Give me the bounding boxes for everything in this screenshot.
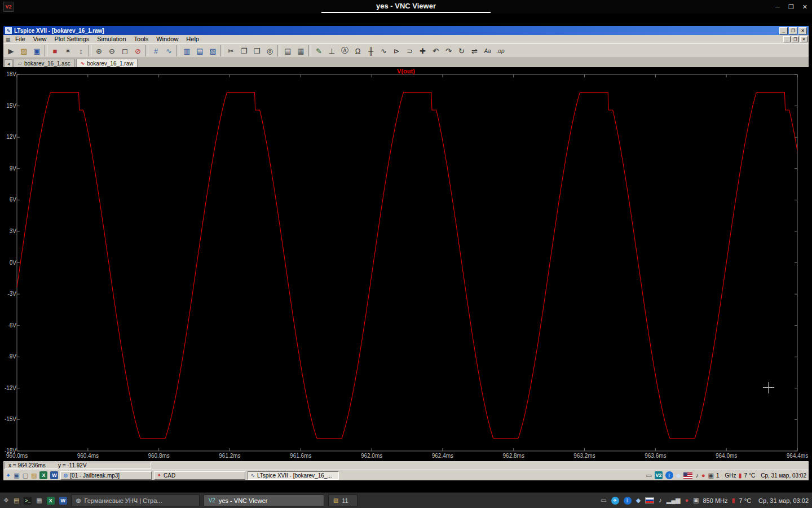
grid-icon[interactable]: # <box>149 45 162 57</box>
spice-directive-icon[interactable]: .op <box>494 45 507 57</box>
start-menu-icon[interactable]: ✦ <box>6 472 11 479</box>
minimize-button[interactable]: _ <box>779 27 788 34</box>
diode-icon[interactable]: ⊳ <box>390 45 403 57</box>
menu-plot-settings[interactable]: Plot Settings <box>50 35 93 43</box>
mdi-restore-button[interactable]: ❐ <box>792 36 799 42</box>
open-icon[interactable]: ▨ <box>17 45 30 57</box>
tile-vertical-icon[interactable]: ▥ <box>180 45 193 57</box>
ltspice-window-title: LTspice XVII - [bokarev_16_1.raw] <box>14 28 104 34</box>
wire-icon[interactable]: ✎ <box>312 45 325 57</box>
taskbar-task-ltspice[interactable]: ∿ LTspice XVII - [bokarev_16_... <box>248 471 339 480</box>
maximize-button[interactable]: ❐ <box>788 3 794 11</box>
show-desktop-icon[interactable]: ▢ <box>23 472 28 479</box>
start-menu-icon[interactable]: ❖ <box>3 497 9 503</box>
resistor-icon[interactable]: Ω <box>351 45 364 57</box>
move-icon[interactable]: ✚ <box>416 45 429 57</box>
volume-icon[interactable]: ♪ <box>695 472 699 479</box>
restore-button[interactable]: ❐ <box>789 27 797 34</box>
tile-horizontal-icon[interactable]: ▤ <box>193 45 206 57</box>
telegram-icon[interactable]: ✈ <box>611 497 619 505</box>
calc-icon[interactable]: X <box>47 497 55 505</box>
taskbar-task-browser[interactable]: ◍ Германиевые УНЧ | Стра... <box>71 494 200 506</box>
run-icon[interactable]: ▶ <box>5 45 17 57</box>
mark-data-points-icon[interactable]: ∿ <box>162 45 175 57</box>
taskbar-task-vnc-viewer[interactable]: V2 yes - VNC Viewer <box>204 494 324 506</box>
close-button[interactable]: ✕ <box>798 27 807 34</box>
menu-tools[interactable]: Tools <box>130 35 153 43</box>
control-panel-icon[interactable]: ✶ <box>61 45 74 57</box>
mdi-close-button[interactable]: ✕ <box>800 36 807 42</box>
find-icon[interactable]: ◎ <box>263 45 276 57</box>
cascade-windows-icon[interactable]: ▧ <box>206 45 219 57</box>
menu-file[interactable]: File <box>11 35 29 43</box>
menu-view[interactable]: View <box>29 35 51 43</box>
print-setup-icon[interactable]: ▤ <box>281 45 294 57</box>
text-icon[interactable]: Aa <box>481 45 494 57</box>
my-computer-icon[interactable]: ▣ <box>14 472 19 479</box>
tab-scroll-left-button[interactable]: ◂ <box>5 59 12 67</box>
zoom-full-extents-icon[interactable]: ◻ <box>118 45 131 57</box>
word-icon[interactable]: W <box>50 471 58 479</box>
printer-icon[interactable]: ▦ <box>36 497 42 503</box>
component-icon[interactable]: ⊃ <box>403 45 416 57</box>
ltspice-icon: ∿ <box>250 472 255 478</box>
us-flag-icon[interactable] <box>683 472 692 479</box>
menu-help[interactable]: Help <box>182 35 203 43</box>
file-manager-icon[interactable]: ▨ <box>31 472 37 479</box>
label-net-icon[interactable]: Ⓐ <box>338 45 351 57</box>
tab-schematic[interactable]: ▱ bokarev_16_1.asc <box>14 59 75 67</box>
drop-icon[interactable]: ◆ <box>636 497 641 503</box>
display-icon[interactable]: ▣ <box>693 497 699 503</box>
waveform-svg[interactable] <box>3 67 809 461</box>
taskbar-task-cad[interactable]: ✦ CAD <box>154 471 245 480</box>
vnc-server-icon[interactable]: V2 <box>655 471 663 479</box>
close-button[interactable]: ✕ <box>802 3 807 11</box>
menu-window[interactable]: Window <box>152 35 182 43</box>
clock[interactable]: Ср, 31 мар, 03:02 <box>758 497 809 504</box>
minimize-button[interactable]: ─ <box>775 3 780 10</box>
display-icon[interactable]: ▣ <box>708 472 714 479</box>
terminal-icon[interactable]: >_ <box>24 497 32 505</box>
clock[interactable]: Ср, 31 мар, 03:02 <box>761 472 806 479</box>
remote-desktop[interactable]: ∿ LTspice XVII - [bokarev_16_1.raw] _ ❐ … <box>3 26 809 480</box>
vnc-viewer-window: V2 yes - VNC Viewer ─ ❐ ✕ ∿ LTspice XVII… <box>0 0 812 508</box>
excel-icon[interactable]: X <box>39 471 47 479</box>
taskbar-task-folder[interactable]: ▨ 11 <box>328 494 358 506</box>
toolbar-separator <box>176 45 179 56</box>
bluetooth-icon[interactable]: ᛒ <box>665 471 673 479</box>
undo-icon[interactable]: ↶ <box>429 45 442 57</box>
capacitor-icon[interactable]: ╫ <box>364 45 377 57</box>
drop-icon[interactable]: ◆ <box>676 472 681 479</box>
mdi-minimize-button[interactable]: _ <box>783 36 791 42</box>
autorange-icon[interactable]: ↕ <box>74 45 87 57</box>
writer-icon[interactable]: W <box>59 497 67 505</box>
zoom-out-icon[interactable]: ⊖ <box>105 45 118 57</box>
battery-icon[interactable]: ▭ <box>646 472 652 479</box>
cut-icon[interactable]: ✂ <box>224 45 237 57</box>
mirror-icon[interactable]: ⇌ <box>468 45 481 57</box>
copy-icon[interactable]: ❐ <box>237 45 250 57</box>
zoom-back-icon[interactable]: ⊘ <box>131 45 144 57</box>
bluetooth-icon[interactable]: ᛒ <box>624 497 632 505</box>
file-manager-icon[interactable]: ▤ <box>14 497 19 503</box>
ru-flag-icon[interactable] <box>645 497 654 503</box>
volume-icon[interactable]: ♪ <box>659 497 662 503</box>
taskbar-task-media-player[interactable]: ◍ [01 - Jailbreak.mp3] <box>60 471 152 480</box>
signal-bars-icon[interactable]: ▂▄▆ <box>667 497 681 503</box>
redo-icon[interactable]: ↷ <box>442 45 455 57</box>
tab-waveform[interactable]: ∿ bokarev_16_1.raw <box>76 59 138 67</box>
plot-trace-title[interactable]: V(out) <box>3 68 809 75</box>
halt-icon[interactable]: ■ <box>48 45 61 57</box>
clipboard-icon[interactable]: ▭ <box>601 497 606 503</box>
status-dot-icon[interactable]: ● <box>701 472 705 479</box>
inductor-icon[interactable]: ∿ <box>377 45 390 57</box>
print-icon[interactable]: ▦ <box>294 45 307 57</box>
waveform-plot[interactable]: V(out) 960.0ms960.4ms960.8ms961.2ms961.6… <box>3 67 809 461</box>
save-icon[interactable]: ▣ <box>30 45 43 57</box>
zoom-in-icon[interactable]: ⊕ <box>92 45 105 57</box>
rotate-icon[interactable]: ↻ <box>455 45 468 57</box>
record-dot-icon[interactable]: ● <box>685 497 689 503</box>
paste-icon[interactable]: ❒ <box>250 45 263 57</box>
ground-icon[interactable]: ⊥ <box>325 45 338 57</box>
menu-simulation[interactable]: Simulation <box>93 35 130 43</box>
